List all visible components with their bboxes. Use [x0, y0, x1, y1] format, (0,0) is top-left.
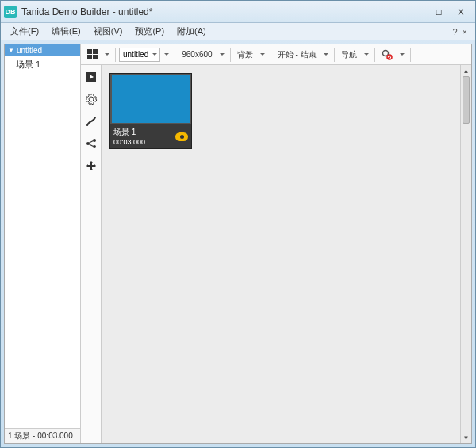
status-bar: 1 场景 - 00:03.000: [5, 428, 80, 443]
settings-button[interactable]: [84, 92, 98, 106]
size-dropdown[interactable]: [217, 48, 227, 62]
gear-blocked-icon: [382, 49, 393, 60]
svg-point-6: [93, 139, 96, 142]
separator: [230, 48, 231, 62]
grid-icon: [87, 49, 98, 59]
gear-icon: [85, 93, 98, 105]
separator: [410, 48, 411, 62]
view-dropdown[interactable]: [102, 48, 112, 62]
titlebar: DB Tanida Demo Builder - untitled* — □ X: [1, 1, 475, 23]
file-select-label: untitled: [123, 50, 148, 59]
share-icon: [86, 138, 97, 149]
separator: [374, 48, 375, 62]
size-label: 960x600: [178, 50, 215, 59]
nav-dropdown[interactable]: [362, 48, 371, 62]
window-title: Tanida Demo Builder - untitled*: [21, 6, 405, 17]
svg-line-8: [89, 141, 93, 144]
brush-button[interactable]: [84, 114, 98, 128]
sidebar-spacer: [5, 73, 80, 428]
app-icon: DB: [4, 6, 17, 18]
separator: [115, 48, 116, 62]
move-button[interactable]: [84, 159, 98, 173]
nav-label: 导航: [338, 49, 360, 60]
close-button[interactable]: X: [450, 5, 472, 19]
bg-label: 背景: [234, 49, 256, 60]
toolbar: untitled 960x600 背景 开始 - 结束 导航: [81, 44, 471, 65]
play-button[interactable]: [84, 70, 98, 84]
content-row: 场景 1 00:03.000 ▲ ▼: [81, 65, 471, 443]
canvas-area[interactable]: 场景 1 00:03.000: [102, 65, 460, 443]
menubar-close-icon[interactable]: ×: [463, 27, 467, 36]
scene-time: 00:03.000: [113, 138, 145, 146]
file-dropdown[interactable]: [162, 48, 171, 62]
main-panel: untitled 960x600 背景 开始 - 结束 导航: [81, 44, 471, 443]
svg-line-9: [89, 144, 93, 147]
sidebar: ▼ untitled 场景 1 1 场景 - 00:03.000: [5, 44, 81, 443]
file-select[interactable]: untitled: [119, 48, 160, 62]
menu-addon[interactable]: 附加(A): [171, 24, 213, 39]
svg-line-2: [388, 56, 391, 59]
scene-info: 场景 1 00:03.000: [110, 124, 191, 148]
icon-rail: [81, 65, 102, 443]
scroll-thumb[interactable]: [463, 76, 470, 124]
scroll-down-icon[interactable]: ▼: [461, 432, 471, 443]
vertical-scrollbar[interactable]: ▲ ▼: [460, 65, 471, 443]
maximize-button[interactable]: □: [428, 5, 450, 19]
view-grid-button[interactable]: [84, 47, 101, 63]
separator: [175, 48, 175, 62]
sidebar-header-label: untitled: [17, 46, 42, 55]
scene-text: 场景 1 00:03.000: [113, 127, 145, 146]
menu-file[interactable]: 文件(F): [4, 24, 45, 39]
record-settings-button[interactable]: [378, 47, 396, 63]
window-controls: — □ X: [405, 5, 472, 19]
menu-edit[interactable]: 编辑(E): [45, 24, 87, 39]
app-window: DB Tanida Demo Builder - untitled* — □ X…: [0, 0, 476, 448]
menu-view[interactable]: 视图(V): [87, 24, 129, 39]
svg-point-7: [93, 145, 96, 148]
brush-icon: [86, 116, 97, 127]
range-label: 开始 - 结束: [274, 49, 320, 60]
menu-preview[interactable]: 预览(P): [129, 24, 171, 39]
scene-preview: [110, 74, 191, 124]
help-area: ? ×: [452, 27, 472, 36]
play-icon: [86, 71, 97, 82]
scene-thumbnail[interactable]: 场景 1 00:03.000: [109, 73, 192, 149]
scene-name: 场景 1: [113, 127, 145, 138]
range-dropdown[interactable]: [321, 48, 331, 62]
menubar: 文件(F) 编辑(E) 视图(V) 预览(P) 附加(A) ? ×: [1, 23, 475, 40]
move-icon: [86, 160, 97, 171]
bg-dropdown[interactable]: [258, 48, 267, 62]
help-button[interactable]: ?: [452, 27, 457, 36]
visibility-icon[interactable]: [175, 132, 188, 141]
sidebar-header[interactable]: ▼ untitled: [5, 44, 80, 56]
record-dropdown[interactable]: [397, 48, 407, 62]
minimize-button[interactable]: —: [405, 5, 428, 19]
scroll-up-icon[interactable]: ▲: [461, 65, 471, 76]
expand-icon: ▼: [8, 47, 14, 54]
share-button[interactable]: [84, 136, 98, 151]
separator: [334, 48, 335, 62]
body-area: ▼ untitled 场景 1 1 场景 - 00:03.000 untitle…: [4, 44, 472, 444]
sidebar-item-scene[interactable]: 场景 1: [5, 56, 80, 73]
separator: [271, 48, 271, 62]
